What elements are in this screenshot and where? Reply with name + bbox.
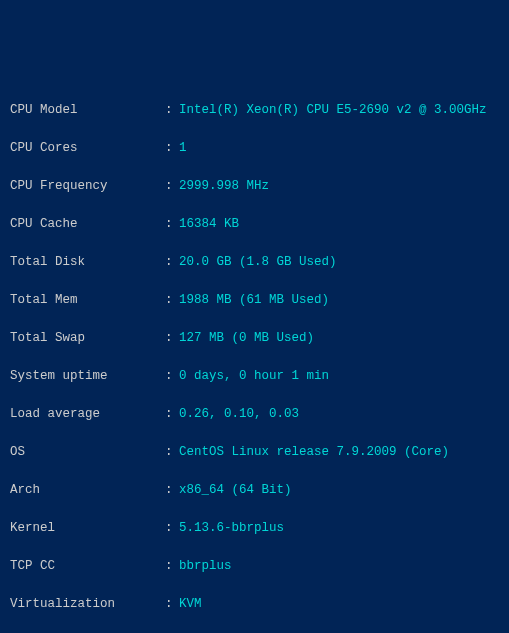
value: Intel(R) Xeon(R) CPU E5-2690 v2 @ 3.00GH… xyxy=(179,101,487,120)
value: bbrplus xyxy=(179,557,232,576)
colon: : xyxy=(165,405,179,424)
label: CPU Frequency xyxy=(10,177,165,196)
value: 5.13.6-bbrplus xyxy=(179,519,284,538)
colon: : xyxy=(165,215,179,234)
row-total-disk: Total Disk:20.0 GB (1.8 GB Used) xyxy=(10,253,499,272)
colon: : xyxy=(165,519,179,538)
row-total-mem: Total Mem:1988 MB (61 MB Used) xyxy=(10,291,499,310)
value: x86_64 (64 Bit) xyxy=(179,481,292,500)
label: Kernel xyxy=(10,519,165,538)
label: Total Disk xyxy=(10,253,165,272)
colon: : xyxy=(165,443,179,462)
row-cpu-cores: CPU Cores:1 xyxy=(10,139,499,158)
label: TCP CC xyxy=(10,557,165,576)
colon: : xyxy=(165,177,179,196)
row-uptime: System uptime:0 days, 0 hour 1 min xyxy=(10,367,499,386)
colon: : xyxy=(165,329,179,348)
label: Load average xyxy=(10,405,165,424)
label: OS xyxy=(10,443,165,462)
value: 1 xyxy=(179,139,187,158)
label: CPU Cores xyxy=(10,139,165,158)
colon: : xyxy=(165,291,179,310)
value: CentOS Linux release 7.9.2009 (Core) xyxy=(179,443,449,462)
row-kernel: Kernel:5.13.6-bbrplus xyxy=(10,519,499,538)
row-os: OS:CentOS Linux release 7.9.2009 (Core) xyxy=(10,443,499,462)
row-load: Load average:0.26, 0.10, 0.03 xyxy=(10,405,499,424)
label: Total Mem xyxy=(10,291,165,310)
colon: : xyxy=(165,253,179,272)
label: Arch xyxy=(10,481,165,500)
row-cpu-cache: CPU Cache:16384 KB xyxy=(10,215,499,234)
label: Total Swap xyxy=(10,329,165,348)
value: 20.0 GB (1.8 GB Used) xyxy=(179,253,337,272)
colon: : xyxy=(165,595,179,614)
colon: : xyxy=(165,557,179,576)
value: 0 days, 0 hour 1 min xyxy=(179,367,329,386)
value: 1988 MB (61 MB Used) xyxy=(179,291,329,310)
value: 16384 KB xyxy=(179,215,239,234)
colon: : xyxy=(165,101,179,120)
value: KVM xyxy=(179,595,202,614)
system-info-block: CPU Model:Intel(R) Xeon(R) CPU E5-2690 v… xyxy=(10,82,499,633)
label: System uptime xyxy=(10,367,165,386)
row-cpu-freq: CPU Frequency:2999.998 MHz xyxy=(10,177,499,196)
row-total-swap: Total Swap:127 MB (0 MB Used) xyxy=(10,329,499,348)
value: 127 MB (0 MB Used) xyxy=(179,329,314,348)
label: CPU Model xyxy=(10,101,165,120)
label: Virtualization xyxy=(10,595,165,614)
row-tcp-cc: TCP CC:bbrplus xyxy=(10,557,499,576)
value: 2999.998 MHz xyxy=(179,177,269,196)
row-virt: Virtualization:KVM xyxy=(10,595,499,614)
colon: : xyxy=(165,139,179,158)
colon: : xyxy=(165,367,179,386)
row-cpu-model: CPU Model:Intel(R) Xeon(R) CPU E5-2690 v… xyxy=(10,101,499,120)
row-arch: Arch:x86_64 (64 Bit) xyxy=(10,481,499,500)
value: 0.26, 0.10, 0.03 xyxy=(179,405,299,424)
colon: : xyxy=(165,481,179,500)
label: CPU Cache xyxy=(10,215,165,234)
